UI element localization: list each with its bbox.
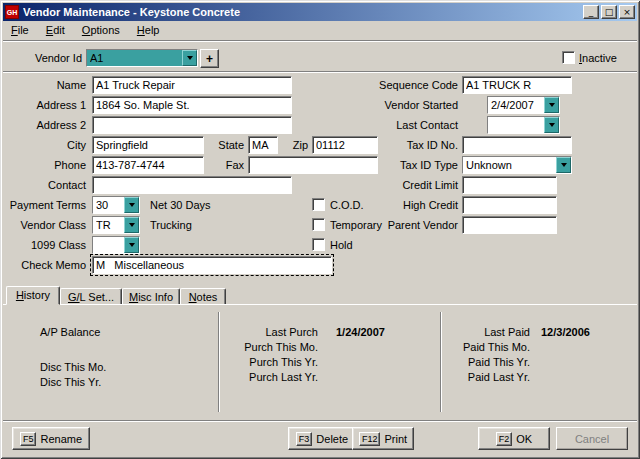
vendor-started-combo[interactable] (487, 96, 560, 114)
vendor-class-combo[interactable] (92, 216, 140, 234)
rename-button[interactable]: F5 Rename (12, 427, 90, 450)
last-purch-label: Last Purch (230, 326, 318, 338)
contact-field[interactable] (92, 176, 292, 194)
last-contact-combo[interactable] (487, 116, 560, 134)
address1-field[interactable] (92, 96, 292, 114)
disc-this-mo-label: Disc This Mo. (40, 361, 106, 373)
hold-checkbox[interactable] (312, 238, 325, 251)
contact-label: Contact (2, 179, 86, 191)
tab-notes[interactable]: Notes (180, 288, 226, 305)
vendor-id-dropdown-icon[interactable] (182, 50, 197, 66)
add-vendor-button[interactable]: + (200, 49, 219, 68)
tax-id-type-label: Tax ID Type (368, 159, 458, 171)
minimize-icon[interactable]: _ (583, 5, 599, 19)
app-icon: GH (5, 5, 19, 19)
close-icon[interactable]: × (619, 5, 635, 19)
city-label: City (2, 139, 86, 151)
title-bar[interactable]: GH Vendor Maintenance - Keystone Concret… (3, 3, 637, 21)
vendor-id-combo[interactable] (86, 49, 198, 67)
payment-terms-dropdown-icon[interactable] (124, 197, 139, 213)
inactive-checkbox[interactable] (562, 51, 575, 64)
menu-help[interactable]: Help (130, 22, 167, 39)
vendor-id-label: Vendor Id (2, 52, 82, 64)
fax-field[interactable] (248, 156, 378, 174)
cancel-button-label: Cancel (575, 433, 609, 445)
tax-id-type-combo[interactable] (462, 156, 572, 174)
payment-terms-label: Payment Terms (2, 199, 86, 211)
vendor-started-value[interactable] (488, 97, 544, 113)
rename-button-label: Rename (40, 433, 82, 445)
tax-id-type-dropdown-icon[interactable] (556, 157, 571, 173)
menu-separator (3, 40, 637, 42)
tax-id-no-label: Tax ID No. (368, 139, 458, 151)
tab-gl-set[interactable]: G/L Set... (60, 288, 122, 305)
class-1099-value[interactable] (93, 237, 124, 253)
delete-keycap: F3 (296, 432, 313, 446)
maximize-icon[interactable]: □ (601, 5, 617, 19)
tab-history[interactable]: History (6, 286, 60, 305)
last-contact-label: Last Contact (368, 119, 458, 131)
vendor-id-value[interactable] (87, 50, 182, 66)
purch-this-mo-label: Purch This Mo. (230, 341, 318, 353)
hold-label: Hold (330, 239, 353, 251)
history-divider-1 (218, 312, 220, 412)
class-1099-label: 1099 Class (2, 239, 86, 251)
vendor-maintenance-window: GH Vendor Maintenance - Keystone Concret… (0, 0, 640, 459)
parent-vendor-label: Parent Vendor (368, 219, 458, 231)
payment-terms-value[interactable] (93, 197, 124, 213)
inactive-label: Inactive (579, 52, 617, 64)
cod-label: C.O.D. (330, 199, 364, 211)
phone-label: Phone (2, 159, 86, 171)
vendor-class-label: Vendor Class (2, 219, 86, 231)
state-label: State (210, 139, 244, 151)
name-label: Name (2, 79, 86, 91)
payment-terms-combo[interactable] (92, 196, 140, 214)
paid-this-yr-label: Paid This Yr. (444, 356, 530, 368)
menu-options[interactable]: Options (75, 22, 127, 39)
address2-label: Address 2 (2, 119, 86, 131)
menu-edit[interactable]: Edit (39, 22, 72, 39)
payment-terms-description: Net 30 Days (150, 199, 211, 211)
address2-field[interactable] (92, 116, 292, 134)
name-field[interactable] (92, 76, 292, 94)
city-field[interactable] (92, 136, 204, 154)
menu-file[interactable]: File (4, 22, 36, 39)
purch-this-yr-label: Purch This Yr. (230, 356, 318, 368)
vendor-class-dropdown-icon[interactable] (124, 217, 139, 233)
class-1099-combo[interactable] (92, 236, 140, 254)
print-button[interactable]: F12 Print (352, 427, 414, 450)
temporary-checkbox[interactable] (312, 218, 325, 231)
tab-misc-info[interactable]: Misc Info (122, 288, 180, 305)
last-contact-dropdown-icon[interactable] (544, 117, 559, 133)
state-field[interactable] (248, 136, 278, 154)
print-keycap: F12 (359, 432, 381, 446)
delete-button[interactable]: F3 Delete (288, 427, 356, 450)
ok-button-label: OK (516, 433, 532, 445)
address1-label: Address 1 (2, 99, 86, 111)
tax-id-no-field[interactable] (462, 136, 572, 154)
class-1099-dropdown-icon[interactable] (124, 237, 139, 253)
check-memo-field[interactable] (92, 256, 332, 274)
high-credit-field[interactable] (462, 196, 557, 214)
sequence-code-field[interactable] (462, 76, 572, 94)
vendor-class-value[interactable] (93, 217, 124, 233)
ok-keycap: F2 (496, 432, 513, 446)
cod-checkbox[interactable] (312, 198, 325, 211)
ok-button[interactable]: F2 OK (478, 427, 550, 450)
phone-field[interactable] (92, 156, 204, 174)
fax-label: Fax (210, 159, 244, 171)
parent-vendor-field[interactable] (462, 216, 557, 234)
cancel-button: Cancel (556, 427, 628, 450)
last-contact-value[interactable] (488, 117, 544, 133)
delete-button-label: Delete (316, 433, 348, 445)
credit-limit-field[interactable] (462, 176, 557, 194)
last-paid-label: Last Paid (444, 326, 530, 338)
vendor-started-dropdown-icon[interactable] (544, 97, 559, 113)
credit-limit-label: Credit Limit (368, 179, 458, 191)
disc-this-yr-label: Disc This Yr. (40, 376, 101, 388)
last-purch-value: 1/24/2007 (336, 326, 385, 338)
tax-id-type-value[interactable] (463, 157, 556, 173)
window-title: Vendor Maintenance - Keystone Concrete (23, 6, 583, 18)
paid-this-mo-label: Paid This Mo. (444, 341, 530, 353)
ap-balance-label: A/P Balance (40, 326, 100, 338)
